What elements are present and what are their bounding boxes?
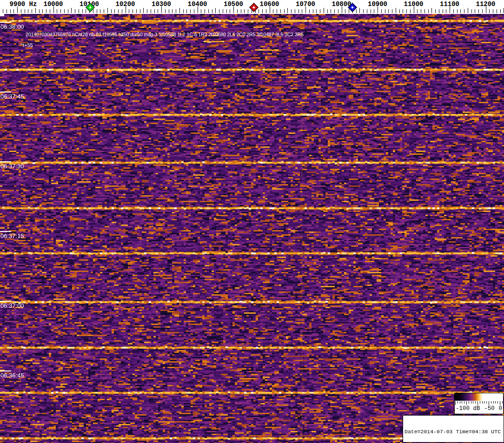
frequency-tick	[302, 9, 302, 13]
frequency-ruler: 9900 Hz100001010010200103001040010500106…	[0, 0, 504, 14]
frequency-tick	[313, 9, 313, 13]
frequency-tick	[248, 9, 248, 13]
frequency-tick	[457, 9, 458, 13]
frequency-label: 9900 Hz	[10, 0, 37, 8]
frequency-tick	[136, 9, 137, 13]
colorbar-labels: -100 dB -50 0	[455, 405, 503, 412]
frequency-tick	[280, 9, 281, 13]
frequency-tick	[410, 9, 411, 13]
frequency-tick	[500, 9, 501, 13]
frequency-tick	[93, 9, 93, 13]
frequency-tick	[338, 9, 338, 13]
frequency-tick	[122, 9, 122, 13]
colorbar-label-mid: -50	[484, 405, 495, 412]
frequency-label: 10600	[259, 0, 279, 8]
frequency-label: 11100	[440, 0, 459, 8]
frequency-tick	[241, 9, 241, 13]
frequency-tick	[431, 8, 432, 13]
frequency-tick	[309, 9, 310, 13]
frequency-tick	[114, 9, 115, 13]
frequency-tick	[111, 9, 112, 13]
frequency-tick	[230, 9, 230, 13]
frequency-tick	[489, 9, 490, 13]
frequency-tick	[482, 9, 483, 13]
frequency-tick	[223, 9, 223, 13]
frequency-tick	[140, 9, 140, 13]
frequency-tick	[493, 9, 493, 13]
frequency-tick	[406, 9, 407, 13]
frequency-tick	[179, 8, 180, 13]
colorbar-ticks-major	[455, 401, 503, 405]
frequency-tick	[143, 8, 144, 13]
frequency-label: 10400	[187, 0, 207, 8]
frequency-tick	[478, 9, 479, 13]
frequency-tick	[46, 9, 46, 13]
frequency-tick	[190, 9, 191, 13]
frequency-label: 10700	[296, 0, 315, 8]
frequency-tick	[273, 9, 273, 13]
frequency-tick	[367, 9, 367, 13]
frequency-tick	[64, 9, 65, 13]
frequency-tick	[298, 9, 299, 13]
frequency-tick	[468, 8, 468, 13]
frequency-tick	[295, 9, 295, 13]
frequency-tick	[186, 9, 187, 13]
frequency-tick	[7, 9, 7, 13]
frequency-label: 10900	[368, 0, 387, 8]
marker-red-diamond[interactable]	[249, 3, 259, 12]
colorbar-label-max: 0	[498, 405, 502, 412]
frequency-tick	[316, 9, 317, 13]
frequency-tick	[464, 9, 464, 13]
frequency-tick	[147, 9, 147, 13]
frequency-tick	[287, 8, 288, 13]
frequency-tick	[443, 9, 443, 13]
frequency-tick	[371, 9, 371, 13]
frequency-tick	[399, 9, 400, 13]
frequency-label: 10200	[115, 0, 135, 8]
frequency-tick	[475, 9, 475, 13]
frequency-tick	[334, 9, 335, 13]
frequency-tick	[50, 9, 50, 13]
frequency-tick	[21, 9, 21, 13]
info-box: Date=2014-07-03 Time=04:38 UTC Freq=143 …	[403, 415, 504, 443]
frequency-tick	[28, 9, 28, 13]
frequency-tick	[3, 9, 3, 13]
frequency-tick	[208, 9, 209, 13]
colorbar-legend: -100 dB -50 0	[454, 393, 504, 414]
frequency-tick	[396, 8, 396, 13]
frequency-tick	[129, 9, 129, 13]
frequency-label: 10000	[43, 0, 63, 8]
frequency-tick	[107, 8, 108, 13]
marker-blue-diamond-center	[351, 6, 354, 9]
frequency-tick	[324, 8, 324, 13]
frequency-label: 10500	[224, 0, 243, 8]
frequency-tick	[446, 9, 446, 13]
frequency-tick	[385, 9, 385, 13]
frequency-tick	[57, 9, 57, 13]
frequency-tick	[194, 9, 194, 13]
frequency-tick	[435, 9, 436, 13]
frequency-tick	[151, 9, 151, 13]
frequency-tick	[262, 9, 263, 13]
frequency-tick	[374, 9, 374, 13]
frequency-tick	[35, 8, 36, 13]
frequency-tick	[403, 9, 403, 13]
colorbar-gradient	[455, 393, 503, 401]
frequency-tick	[381, 9, 382, 13]
frequency-tick	[169, 9, 169, 13]
frequency-tick	[215, 8, 216, 13]
frequency-tick	[212, 9, 212, 13]
frequency-tick	[320, 9, 320, 13]
frequency-tick	[39, 9, 40, 13]
frequency-tick	[428, 9, 429, 13]
frequency-tick	[266, 9, 266, 13]
frequency-tick	[421, 9, 421, 13]
frequency-tick	[172, 9, 172, 13]
frequency-tick	[13, 9, 14, 13]
frequency-tick	[331, 9, 331, 13]
frequency-tick	[439, 9, 439, 13]
frequency-tick	[60, 9, 61, 13]
frequency-tick	[79, 9, 79, 13]
frequency-tick	[226, 9, 227, 13]
frequency-tick	[284, 9, 285, 13]
